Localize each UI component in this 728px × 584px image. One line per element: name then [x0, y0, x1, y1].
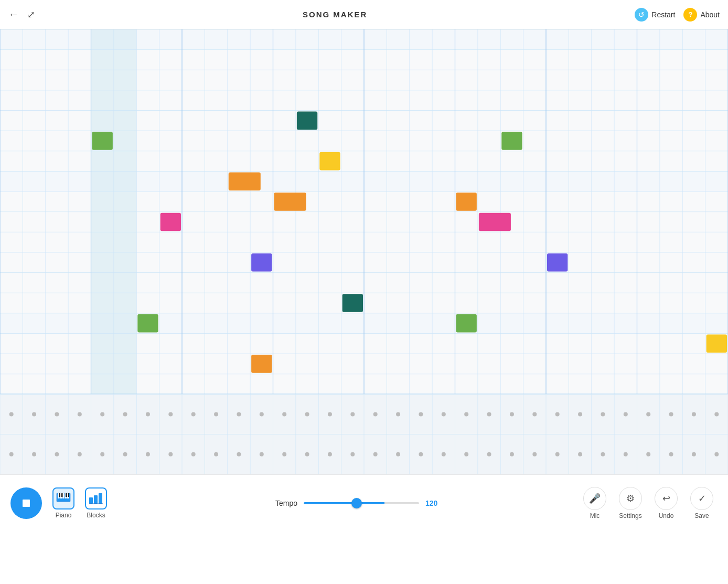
settings-icon: ⚙	[619, 487, 642, 510]
right-controls: 🎤 Mic ⚙ Settings ↩ Undo ✓ Save	[579, 485, 718, 522]
back-button[interactable]: ←	[8, 8, 19, 20]
blocks-svg	[89, 493, 103, 504]
mic-icon: 🎤	[583, 487, 606, 510]
svg-rect-0	[23, 500, 30, 507]
svg-rect-12	[94, 495, 98, 504]
svg-rect-10	[68, 493, 70, 497]
restart-icon: ↺	[635, 8, 648, 22]
tempo-slider[interactable]	[304, 502, 419, 504]
undo-button[interactable]: ↩ Undo	[650, 485, 682, 522]
undo-label: Undo	[659, 512, 674, 519]
about-label: About	[700, 10, 720, 19]
blocks-icon	[85, 487, 107, 509]
tempo-label: Tempo	[275, 499, 297, 507]
svg-rect-9	[66, 493, 67, 497]
svg-rect-11	[89, 497, 93, 504]
restart-label: Restart	[651, 10, 675, 19]
svg-rect-8	[61, 493, 63, 497]
blocks-label: Blocks	[87, 512, 105, 519]
move-button[interactable]: ⤢	[27, 9, 35, 20]
save-label: Save	[694, 512, 709, 519]
tempo-control: Tempo 120	[138, 499, 579, 507]
mic-label: Mic	[590, 512, 600, 519]
bottom-toolbar: Piano Blocks Tempo 120 🎤 Mic ⚙ Settings …	[0, 474, 728, 531]
svg-rect-7	[59, 493, 61, 497]
tempo-value: 120	[425, 499, 442, 507]
blocks-instrument[interactable]: Blocks	[85, 487, 107, 519]
settings-button[interactable]: ⚙ Settings	[615, 485, 646, 522]
svg-rect-13	[99, 493, 102, 504]
mic-button[interactable]: 🎤 Mic	[579, 485, 611, 522]
header-left: ← ⤢	[8, 8, 35, 20]
about-icon: ?	[683, 8, 697, 22]
save-button[interactable]: ✓ Save	[686, 485, 718, 522]
play-button[interactable]	[10, 487, 42, 519]
header-right: ↺ Restart ? About	[635, 8, 720, 22]
header: ← ⤢ SONG MAKER ↺ Restart ? About	[0, 0, 728, 29]
piano-svg	[56, 493, 71, 504]
grid-canvas	[0, 29, 728, 474]
svg-rect-4	[62, 493, 65, 498]
piano-label: Piano	[56, 512, 72, 519]
undo-icon: ↩	[655, 487, 678, 510]
stop-icon	[20, 497, 32, 509]
app-title: SONG MAKER	[303, 10, 367, 19]
save-icon: ✓	[690, 487, 713, 510]
settings-label: Settings	[619, 512, 641, 519]
song-grid[interactable]	[0, 29, 728, 474]
about-button[interactable]: ? About	[683, 8, 720, 22]
piano-instrument[interactable]: Piano	[52, 487, 74, 519]
restart-button[interactable]: ↺ Restart	[635, 8, 675, 22]
piano-icon	[52, 487, 74, 509]
